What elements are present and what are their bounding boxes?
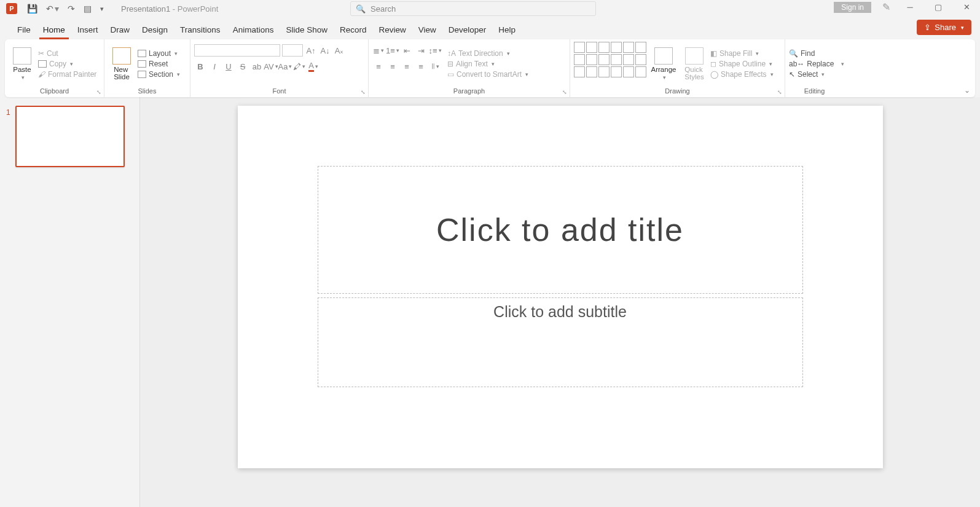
slides-group-label: Slides	[108, 86, 186, 96]
ribbon: Paste ▾ ✂Cut Copy▾ 🖌Format Painter Clipb…	[5, 39, 975, 97]
tab-animations[interactable]: Animations	[227, 20, 280, 39]
justify-button[interactable]: ≡	[415, 60, 427, 73]
redo-icon[interactable]: ↷	[68, 4, 75, 14]
share-icon: ⇪	[924, 23, 931, 32]
decrease-indent-button[interactable]: ⇤	[401, 44, 413, 57]
ribbon-tabs: File Home Insert Draw Design Transitions…	[0, 17, 980, 39]
font-size-combo[interactable]	[282, 44, 303, 57]
slide-canvas-area[interactable]: Click to add title Click to add subtitle	[140, 97, 980, 507]
new-slide-button[interactable]: New Slide	[108, 42, 135, 86]
tab-view[interactable]: View	[412, 20, 442, 39]
effects-icon: ◯	[710, 70, 718, 79]
strikethrough-button[interactable]: S	[237, 60, 249, 73]
pen-mode-icon[interactable]: ✎	[882, 1, 890, 13]
font-color-button[interactable]: A▾	[307, 60, 319, 73]
shape-outline-button[interactable]: ◻Shape Outline▾	[710, 60, 774, 68]
collapse-ribbon-button[interactable]: ⌄	[964, 86, 970, 95]
convert-smartart-button[interactable]: ▭Convert to SmartArt▾	[447, 70, 528, 79]
section-button[interactable]: Section▾	[138, 70, 180, 79]
paste-button[interactable]: Paste ▾	[9, 42, 36, 86]
numbering-button[interactable]: 1≡▾	[386, 44, 399, 57]
font-name-combo[interactable]	[194, 44, 280, 57]
new-slide-icon	[112, 47, 131, 65]
quick-styles-label: Quick Styles	[684, 66, 704, 81]
tab-review[interactable]: Review	[373, 20, 412, 39]
italic-button[interactable]: I	[208, 60, 221, 73]
tab-help[interactable]: Help	[492, 20, 522, 39]
text-direction-button[interactable]: ↕AText Direction▾	[447, 49, 528, 58]
slide-canvas[interactable]: Click to add title Click to add subtitle	[238, 106, 883, 468]
close-button[interactable]: ✕	[958, 2, 975, 12]
reset-button[interactable]: Reset	[138, 60, 180, 68]
quick-styles-icon	[685, 47, 704, 65]
align-right-button[interactable]: ≡	[401, 60, 413, 73]
drawing-dialog-launcher[interactable]: ⤡	[777, 89, 782, 95]
copy-button[interactable]: Copy▾	[38, 60, 96, 68]
quick-styles-button[interactable]: Quick Styles	[681, 42, 708, 86]
signin-button[interactable]: Sign in	[834, 2, 871, 13]
bold-button[interactable]: B	[194, 60, 206, 73]
search-icon: 🔍	[356, 4, 366, 14]
char-spacing-button[interactable]: AV▾	[265, 60, 277, 73]
columns-button[interactable]: ⫴▾	[429, 60, 441, 73]
qat-more-icon[interactable]: ▾	[100, 5, 104, 13]
shape-fill-button[interactable]: ◧Shape Fill▾	[710, 49, 774, 58]
group-slides: New Slide Layout▾ Reset Section▾ Slides	[104, 39, 190, 97]
smartart-icon: ▭	[447, 70, 454, 79]
slide-thumbnail-1[interactable]	[15, 106, 125, 167]
tab-transitions[interactable]: Transitions	[174, 20, 227, 39]
subtitle-placeholder[interactable]: Click to add subtitle	[318, 297, 803, 387]
tab-design[interactable]: Design	[136, 20, 174, 39]
title-placeholder[interactable]: Click to add title	[318, 166, 803, 294]
clipboard-dialog-launcher[interactable]: ⤡	[96, 89, 101, 95]
clear-formatting-icon[interactable]: Aₓ	[333, 44, 345, 57]
highlight-color-button[interactable]: 🖍▾	[293, 60, 305, 73]
maximize-button[interactable]: ▢	[930, 2, 947, 12]
share-button[interactable]: ⇪ Share ▾	[917, 20, 971, 35]
paste-label: Paste	[13, 66, 31, 73]
arrange-button[interactable]: Arrange ▾	[649, 42, 678, 86]
paragraph-dialog-launcher[interactable]: ⤡	[562, 89, 567, 95]
increase-indent-button[interactable]: ⇥	[415, 44, 427, 57]
layout-icon	[138, 50, 146, 57]
slideshow-start-icon[interactable]: ▤	[84, 4, 92, 14]
shape-effects-button[interactable]: ◯Shape Effects▾	[710, 70, 774, 79]
layout-button[interactable]: Layout▾	[138, 49, 180, 58]
group-drawing: Arrange ▾ Quick Styles ◧Shape Fill▾ ◻Sha…	[570, 39, 785, 97]
tab-file[interactable]: File	[11, 20, 37, 39]
copy-icon	[38, 60, 47, 68]
bullets-button[interactable]: ≣▾	[372, 44, 385, 57]
change-case-button[interactable]: Aa▾	[279, 60, 291, 73]
line-spacing-button[interactable]: ↕≡▾	[429, 44, 441, 57]
increase-font-icon[interactable]: A↑	[305, 44, 317, 57]
font-dialog-launcher[interactable]: ⤡	[361, 89, 366, 95]
align-left-button[interactable]: ≡	[372, 60, 385, 73]
tab-slideshow[interactable]: Slide Show	[280, 20, 334, 39]
align-center-button[interactable]: ≡	[386, 60, 399, 73]
title-placeholder-text: Click to add title	[436, 211, 684, 248]
shapes-gallery[interactable]	[574, 42, 646, 86]
shadow-button[interactable]: ab	[251, 60, 263, 73]
align-text-button[interactable]: ⊟Align Text▾	[447, 60, 528, 68]
select-button[interactable]: ↖Select▾	[789, 70, 844, 79]
search-box[interactable]: 🔍 Search	[350, 1, 596, 16]
undo-icon[interactable]: ↶▾	[46, 4, 59, 14]
underline-button[interactable]: U	[222, 60, 235, 73]
replace-button[interactable]: ab↔Replace▾	[789, 60, 844, 68]
decrease-font-icon[interactable]: A↓	[319, 44, 331, 57]
tab-draw[interactable]: Draw	[104, 20, 136, 39]
outline-icon: ◻	[710, 60, 716, 68]
select-icon: ↖	[789, 70, 795, 79]
arrange-icon	[654, 47, 673, 65]
section-icon	[138, 71, 146, 78]
minimize-button[interactable]: ─	[901, 2, 919, 12]
tab-developer[interactable]: Developer	[442, 20, 493, 39]
tab-home[interactable]: Home	[37, 20, 71, 39]
tab-record[interactable]: Record	[334, 20, 373, 39]
cut-button[interactable]: ✂Cut	[38, 49, 96, 58]
save-icon[interactable]: 💾	[27, 4, 37, 14]
format-painter-button[interactable]: 🖌Format Painter	[38, 70, 96, 79]
title-bar-right: Sign in ✎ ─ ▢ ✕	[834, 1, 975, 13]
tab-insert[interactable]: Insert	[71, 20, 104, 39]
find-button[interactable]: 🔍Find	[789, 49, 844, 58]
